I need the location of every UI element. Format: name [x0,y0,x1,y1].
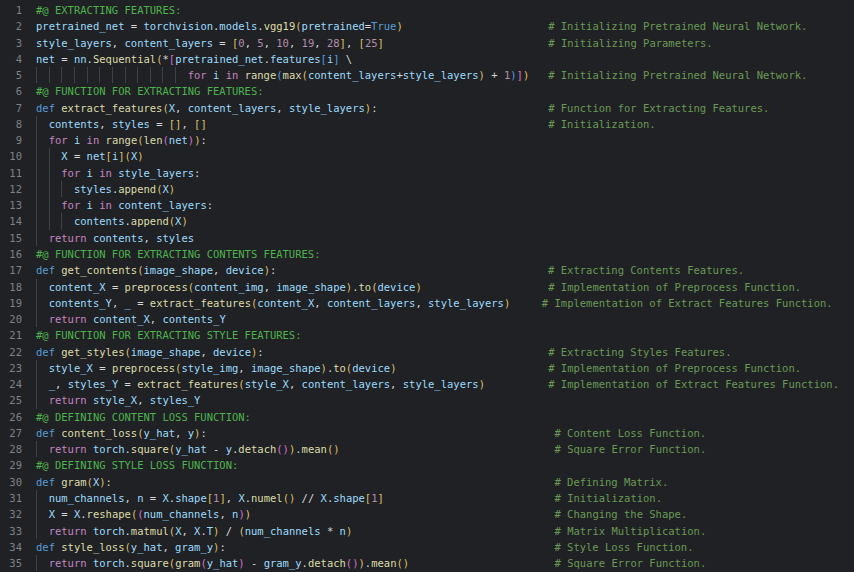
code-text: return torch.square(y_hat - y.detach()).… [36,443,706,455]
indent-guide [162,67,163,83]
indent-guide [36,230,37,246]
code-token: , [181,525,194,537]
code-line[interactable]: 26#@ DEFINING CONTENT LOSS FUNCTION: [0,409,854,425]
code-line[interactable]: 16#@ FUNCTION FOR EXTRACTING CONTENTS FE… [0,246,854,262]
code-token: #@ FUNCTION FOR EXTRACTING STYLE FEATURE… [36,329,302,341]
code-text: def get_styles(image_shape, device): # E… [36,346,731,358]
code-text: contents.append(X) [36,215,188,227]
code-token: , [314,297,327,309]
code-token: y_hat [207,557,239,569]
indent-guide [36,523,37,539]
line-number: 3 [0,35,36,51]
code-text: X = net[i](X) [36,150,144,162]
code-token: matmul [131,525,169,537]
code-line[interactable]: 10 X = net[i](X) [0,148,854,164]
code-line[interactable]: 29#@ DEFINING STYLE LOSS FUNCTION: [0,457,854,473]
code-line[interactable]: 24 _, styles_Y = extract_features(style_… [0,376,854,392]
code-token: in [99,199,112,211]
code-token: : [200,134,206,146]
code-line[interactable]: 6#@ FUNCTION FOR EXTRACTING FEATURES: [0,83,854,99]
code-line[interactable]: 17def get_contents(image_shape, device):… [0,262,854,278]
code-token: # Matrix Multiplication. [555,525,707,537]
code-line[interactable]: 31 num_channels, n = X.shape[1], X.numel… [0,490,854,506]
code-token: net [36,53,55,65]
code-token: features [270,53,321,65]
code-token: 25 [365,37,378,49]
code-line[interactable]: 23 style_X = preprocess(style_img, image… [0,360,854,376]
code-token: , [276,102,289,114]
indent-guide [74,67,75,83]
code-text: #@ FUNCTION FOR EXTRACTING CONTENTS FEAT… [36,248,320,260]
code-line[interactable]: 7def extract_features(X, content_layers,… [0,100,854,116]
code-text: _, styles_Y = extract_features(style_X, … [36,378,839,390]
code-line[interactable]: 33 return torch.matmul(X, X.T) / (num_ch… [0,523,854,539]
code-token: contents [49,118,100,130]
code-line[interactable]: 22def get_styles(image_shape, device): #… [0,344,854,360]
code-editor[interactable]: 1#@ EXTRACTING FEATURES:2pretrained_net … [0,0,854,572]
code-line[interactable]: 34def style_loss(y_hat, gram_y): # Style… [0,539,854,555]
code-text: def extract_features(X, content_layers, … [36,102,769,114]
code-line[interactable]: 20 return content_X, contents_Y [0,311,854,327]
indent-guide [137,67,138,83]
code-token: preprocess [125,281,188,293]
code-token [36,443,49,455]
code-line[interactable]: 19 contents_Y, _ = extract_features(cont… [0,295,854,311]
code-token: styles [74,183,112,195]
code-token: range [245,69,277,81]
code-token: num_channels [245,525,321,537]
code-token: styles [112,118,150,130]
code-token: # Initialization. [548,118,655,130]
indent-guide [112,67,113,83]
code-token: = [68,150,87,162]
code-line[interactable]: 32 X = X.reshape((num_channels, n)) # Ch… [0,506,854,522]
code-token: return [49,525,87,537]
code-token [36,297,49,309]
code-token: extract_features [61,102,162,114]
code-token [36,232,49,244]
code-line[interactable]: 18 content_X = preprocess(content_img, i… [0,279,854,295]
code-line[interactable]: 27def content_loss(y_hat, y): # Content … [0,425,854,441]
code-line[interactable]: 2pretrained_net = torchvision.models.vgg… [0,18,854,34]
code-text: return content_X, contents_Y [36,313,226,325]
code-line[interactable]: 4net = nn.Sequential(*[pretrained_net.fe… [0,51,854,67]
code-line[interactable]: 9 for i in range(len(net)): [0,132,854,148]
code-line[interactable]: 15 return contents, styles [0,230,854,246]
code-token: shape [333,492,365,504]
code-line[interactable]: 30def gram(X): # Defining Matrix. [0,474,854,490]
code-token: () [396,557,409,569]
code-token: # Implementation of Extract Features Fun… [548,378,839,390]
code-line[interactable]: 11 for i in style_layers: [0,165,854,181]
code-line[interactable]: 3style_layers, content_layers = [0, 5, 1… [0,35,854,51]
code-token: to [333,362,346,374]
code-line[interactable]: 13 for i in content_layers: [0,197,854,213]
code-token: in [226,69,239,81]
indent-guide [36,279,37,295]
code-line[interactable]: 21#@ FUNCTION FOR EXTRACTING STYLE FEATU… [0,327,854,343]
code-token: , [314,37,327,49]
code-line[interactable]: 5 for i in range(max(content_layers+styl… [0,67,854,83]
code-line[interactable]: 1#@ EXTRACTING FEATURES: [0,2,854,18]
code-line[interactable]: 25 return style_X, styles_Y [0,392,854,408]
code-text: return contents, styles [36,232,194,244]
code-text: return torch.matmul(X, X.T) / (num_chann… [36,525,706,537]
code-token: , [99,118,112,130]
code-token: [] [169,118,182,130]
code-token: net [169,134,188,146]
code-text: #@ EXTRACTING FEATURES: [36,4,181,16]
code-line[interactable]: 14 contents.append(X) [0,213,854,229]
code-token: ) [181,215,187,227]
code-token: y_hat [143,427,175,439]
code-token: content_layers [308,69,397,81]
code-token: style_img [181,362,238,374]
code-token: in [99,167,112,179]
code-token: = [144,492,163,504]
code-token: content_layers [188,102,277,114]
line-number: 8 [0,116,36,132]
code-line[interactable]: 12 styles.append(X) [0,181,854,197]
code-token: preprocess [112,362,175,374]
code-token: True [371,20,396,32]
code-line[interactable]: 8 contents, styles = [], [] # Initializa… [0,116,854,132]
code-line[interactable]: 28 return torch.square(y_hat - y.detach(… [0,441,854,457]
line-number: 19 [0,295,36,311]
code-line[interactable]: 35 return torch.square(gram(y_hat) - gra… [0,555,854,571]
